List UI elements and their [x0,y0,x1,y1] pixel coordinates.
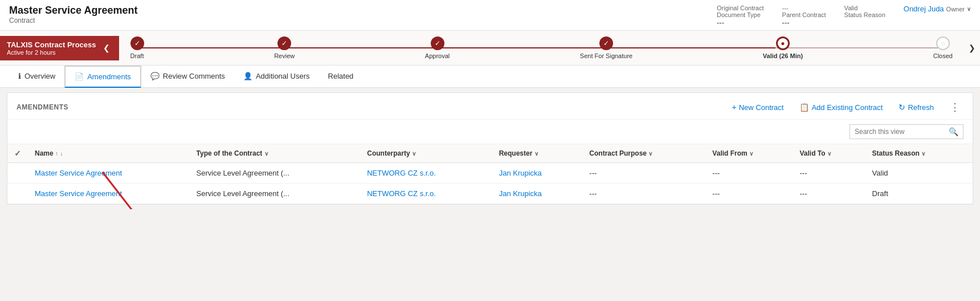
status-reason-label: ValidStatus Reason [844,5,885,18]
tab-overview[interactable]: ℹ Overview [9,66,64,87]
row2-status: Draft [865,184,973,204]
col-name: Name ↑ ↓ [28,144,190,163]
step-label-review: Review [274,52,295,59]
step-circle-review: ✓ [277,36,291,50]
tab-additional-users-label: Additional Users [256,72,310,80]
tabs-bar: ℹ Overview 📄 Amendments 💬 Review Comment… [0,66,980,88]
col-type: Type of the Contract ∨ [190,144,361,163]
user-chevron-down-icon[interactable]: ∨ [967,6,971,12]
page-subtitle: Contract [9,17,137,25]
amendments-icon: 📄 [75,72,84,81]
step-label-draft: Draft [130,52,144,59]
search-input[interactable] [855,128,949,136]
row1-valid-to: --- [793,163,865,184]
header-left: Master Service Agreement Contract [9,5,137,25]
toolbar: + New Contract 📋 Add Existing Contract ↻… [729,100,963,115]
refresh-button[interactable]: ↻ Refresh [895,100,937,114]
section-title: AMENDMENTS [17,103,68,111]
main-wrapper: AMENDMENTS + New Contract 📋 Add Existing… [0,92,980,205]
parent-contract-value: --- [782,18,790,27]
amendments-table: ✓ Name ↑ ↓ Type of the Contract ∨ Counte… [7,144,973,204]
steps-list: ✓ Draft ✓ Review ✓ Approval ✓ Sent For S… [130,36,953,59]
requester-sort-icon[interactable]: ∨ [534,150,538,157]
row2-valid-from: --- [705,184,793,204]
steps-container: ✓ Draft ✓ Review ✓ Approval ✓ Sent For S… [119,31,964,65]
row1-status: Valid [865,163,973,184]
add-existing-contract-button[interactable]: 📋 Add Existing Contract [796,100,886,114]
table-row: Master Service Agreement Service Level A… [7,163,973,184]
row2-counterparty: NETWORG CZ s.r.o. [360,184,492,204]
select-all-checkbox[interactable]: ✓ [14,149,21,158]
step-label-closed: Closed [933,52,953,59]
process-next-button[interactable]: ❯ [964,43,980,52]
status-sort-icon[interactable]: ∨ [921,150,925,157]
overview-icon: ℹ [18,72,21,80]
process-collapse-button[interactable]: ❮ [101,43,112,52]
original-contract-value: --- [717,18,724,27]
type-sort-icon[interactable]: ∨ [264,150,268,157]
new-contract-button[interactable]: + New Contract [729,100,787,114]
step-sent-for-signature[interactable]: ✓ Sent For Signature [580,36,632,59]
row1-valid-from: --- [705,163,793,184]
row2-purpose: --- [582,184,705,204]
tab-review-comments[interactable]: 💬 Review Comments [141,66,234,87]
status-reason-field: ValidStatus Reason [844,5,885,18]
col-valid-from: Valid From ∨ [705,144,793,163]
step-label-sent: Sent For Signature [580,52,632,59]
parent-contract-label: ---Parent Contract [782,5,826,18]
step-circle-draft: ✓ [130,36,144,50]
user-role-label: Owner [946,6,965,13]
plus-icon: + [732,103,737,112]
tab-overview-label: Overview [24,72,55,80]
tab-amendments-label: Amendments [87,72,131,81]
tab-amendments[interactable]: 📄 Amendments [64,66,141,88]
row1-check [7,163,28,184]
step-circle-sent: ✓ [599,36,613,50]
valid-from-sort-icon[interactable]: ∨ [749,150,753,157]
header-right: Original ContractDocument Type --- ---Pa… [717,5,971,27]
search-icon[interactable]: 🔍 [949,127,958,136]
table-row: Master Service Agreement Service Level A… [7,184,973,204]
col-requester: Requester ∨ [492,144,583,163]
row2-type: Service Level Agreement (... [190,184,361,204]
col-valid-to: Valid To ∨ [793,144,865,163]
page-title: Master Service Agreement [9,5,137,17]
step-approval[interactable]: ✓ Approval [425,36,450,59]
col-status: Status Reason ∨ [865,144,973,163]
name-sort-asc-icon[interactable]: ↑ [55,150,58,157]
step-circle-approval: ✓ [431,36,444,50]
process-label-box: TALXIS Contract Process Active for 2 hou… [0,36,119,60]
row2-name: Master Service Agreement [28,184,190,204]
row1-name: Master Service Agreement [28,163,190,184]
top-header: Master Service Agreement Contract Origin… [0,0,980,31]
tab-additional-users[interactable]: 👤 Additional Users [234,66,319,87]
valid-to-sort-icon[interactable]: ∨ [827,150,831,157]
row1-counterparty: NETWORG CZ s.r.o. [360,163,492,184]
amendments-section: AMENDMENTS + New Contract 📋 Add Existing… [7,92,973,205]
user-name[interactable]: Ondrej Juda [904,5,944,13]
step-circle-valid: ● [776,36,790,50]
purpose-sort-icon[interactable]: ∨ [648,150,652,157]
additional-users-icon: 👤 [243,72,252,80]
parent-contract-field: ---Parent Contract --- [782,5,826,27]
col-check: ✓ [7,144,28,163]
step-closed[interactable]: ○ Closed [933,36,953,59]
col-purpose: Contract Purpose ∨ [582,144,705,163]
row1-purpose: --- [582,163,705,184]
col-counterparty: Counterparty ∨ [360,144,492,163]
more-options-button[interactable]: ⋮ [946,100,963,115]
tab-review-comments-label: Review Comments [163,72,225,80]
tab-related[interactable]: Related [319,66,363,87]
name-sort-desc-icon[interactable]: ↓ [60,150,63,157]
header-user[interactable]: Ondrej Juda Owner ∨ [904,5,971,13]
step-review[interactable]: ✓ Review [274,36,295,59]
step-valid[interactable]: ● Valid (26 Min) [763,36,803,59]
add-existing-icon: 📋 [799,103,809,112]
original-contract-label: Original ContractDocument Type [717,5,764,18]
search-box: 🔍 [850,124,963,139]
original-contract-field: Original ContractDocument Type --- [717,5,764,27]
section-header: AMENDMENTS + New Contract 📋 Add Existing… [7,93,973,120]
step-draft[interactable]: ✓ Draft [130,36,144,59]
counterparty-sort-icon[interactable]: ∨ [412,150,416,157]
search-container: 🔍 [7,120,973,144]
